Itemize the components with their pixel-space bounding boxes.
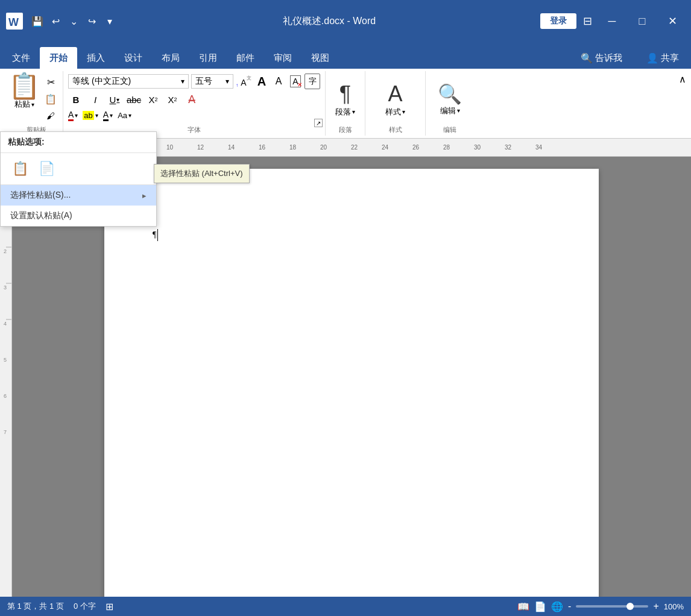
clear-format-button[interactable]: A✕ (288, 74, 303, 89)
style-label-bottom: 样式 (365, 125, 425, 134)
undo-arrow[interactable]: ⌄ (65, 13, 82, 30)
underline-button[interactable]: U ▾ (107, 92, 122, 107)
paste-option-keep-format[interactable]: 📋 (8, 157, 32, 181)
read-mode-icon[interactable]: 📖 (517, 601, 529, 612)
zoom-minus[interactable]: - (568, 601, 571, 612)
redo-button[interactable]: ↪ (83, 13, 100, 30)
char-button[interactable]: 字 (304, 74, 320, 89)
paste-default-button[interactable]: 设置默认粘贴(A) (1, 206, 156, 226)
tab-references[interactable]: 引用 (189, 47, 227, 69)
quick-access-toolbar: 💾 ↩ ⌄ ↪ ▾ (29, 13, 118, 30)
print-layout-icon[interactable]: 📄 (534, 601, 546, 612)
tab-layout[interactable]: 布局 (152, 47, 189, 69)
close-button[interactable]: ✕ (658, 0, 686, 42)
undo-button[interactable]: ↩ (47, 13, 64, 30)
paste-label: 粘贴 ▾ (14, 99, 34, 110)
tab-insert[interactable]: 插入 (77, 47, 115, 69)
minimize-button[interactable]: ─ (598, 0, 626, 42)
title-bar: W 💾 ↩ ⌄ ↪ ▾ 礼仪概述.docx - Word 登录 ⊟ ─ □ ✕ (0, 0, 691, 42)
word-icon[interactable]: W (5, 11, 24, 31)
bold-button[interactable]: B (68, 92, 84, 107)
zoom-plus[interactable]: + (653, 601, 658, 612)
svg-text:W: W (8, 16, 19, 28)
edit-group: 🔍 编辑 ▾ 编辑 (426, 71, 474, 136)
edit-label: 编辑 ▾ (440, 105, 460, 116)
edit-label-bottom: 编辑 (426, 125, 474, 134)
paragraph-icon[interactable]: ¶ (339, 81, 351, 107)
subscript-button[interactable]: X2 (145, 92, 161, 107)
paste-option-merge-format[interactable]: 📄 (34, 157, 58, 181)
superscript-button[interactable]: X2 (165, 92, 180, 107)
paste-icon: 📋 (8, 74, 40, 99)
tab-view[interactable]: 视图 (301, 47, 339, 69)
login-button[interactable]: 登录 (540, 13, 576, 29)
svg-text:30: 30 (474, 144, 481, 151)
font-group: 等线 (中文正文) ▾ 五号 ▾ 文 A ↑ A A A✕ 字 B I U ▾ (63, 71, 326, 136)
document-page[interactable]: ¶ (104, 169, 599, 597)
svg-text:18: 18 (289, 144, 297, 151)
style-icon[interactable]: A (388, 81, 402, 107)
ribbon-tabs: 文件 开始 插入 设计 布局 引用 邮件 审阅 视图 🔍 告诉我 👤 共享 (0, 42, 691, 69)
tab-share[interactable]: 👤 共享 (637, 47, 689, 69)
svg-text:4: 4 (4, 321, 7, 327)
status-left: 第 1 页，共 1 页 0 个字 ⊞ (7, 601, 113, 612)
tab-home[interactable]: 开始 (40, 47, 77, 69)
ribbon-right-tabs: 🔍 告诉我 👤 共享 (571, 47, 689, 69)
edit-icon[interactable]: 🔍 (438, 83, 462, 105)
paragraph-mark: ¶ (153, 230, 156, 240)
tab-help[interactable]: 🔍 告诉我 (571, 47, 632, 69)
svg-text:26: 26 (412, 144, 420, 151)
format-paint-button[interactable]: 🖌 (43, 108, 58, 123)
shrink-font-button[interactable]: A (271, 74, 286, 89)
zoom-slider[interactable] (576, 605, 648, 608)
svg-text:7: 7 (4, 429, 7, 435)
paste-button[interactable]: 📋 粘贴 ▾ (5, 71, 43, 110)
italic-button[interactable]: I (87, 92, 103, 107)
status-bar: 第 1 页，共 1 页 0 个字 ⊞ 📖 📄 🌐 - + 100% (0, 597, 691, 616)
svg-text:3: 3 (4, 284, 7, 291)
erase-format-button[interactable]: A̶ (184, 92, 200, 107)
save-button[interactable]: 💾 (29, 13, 46, 30)
svg-text:2: 2 (4, 248, 7, 254)
view-layout-icon[interactable]: ⊞ (106, 601, 113, 612)
clipboard-group: 📋 粘贴 ▾ ✂ 📋 🖌 剪贴板 (0, 71, 63, 136)
paste-selective-button[interactable]: 选择性粘贴(S)... ▸ (1, 185, 156, 206)
web-layout-icon[interactable]: 🌐 (551, 601, 563, 612)
dropdown-icons-row: 📋 📄 (1, 153, 156, 185)
svg-text:24: 24 (382, 144, 389, 151)
font-color-button[interactable]: A ▾ (68, 110, 78, 121)
cursor-line-area: ¶ (153, 229, 551, 241)
svg-text:22: 22 (351, 144, 358, 151)
title-bar-left: W 💾 ↩ ⌄ ↪ ▾ (5, 11, 118, 31)
tab-design[interactable]: 设计 (115, 47, 152, 69)
aa-button[interactable]: Aa ▾ (118, 111, 131, 120)
text-cursor (157, 229, 158, 241)
highlight-color-button[interactable]: ab ▾ (83, 111, 98, 120)
tab-review[interactable]: 审阅 (264, 47, 301, 69)
svg-text:5: 5 (4, 357, 7, 363)
tab-file[interactable]: 文件 (2, 47, 40, 69)
char-count: 0 个字 (74, 601, 96, 612)
document-content: ¶ (153, 205, 551, 241)
copy-button[interactable]: 📋 (43, 92, 58, 106)
tab-mailings[interactable]: 邮件 (227, 47, 264, 69)
window-title: 礼仪概述.docx - Word (118, 15, 540, 28)
font-size-selector[interactable]: 五号 ▾ (191, 74, 233, 89)
title-bar-right: 登录 ⊟ ─ □ ✕ (540, 0, 686, 42)
collapse-ribbon-button[interactable]: ∧ (677, 71, 689, 87)
paragraph-group: ¶ 段落 ▾ 段落 (326, 71, 365, 136)
font-name-selector[interactable]: 等线 (中文正文) ▾ (68, 74, 189, 89)
zoom-level: 100% (664, 602, 684, 611)
grow-font-button[interactable]: A (254, 74, 270, 89)
page-info: 第 1 页，共 1 页 (7, 601, 64, 612)
style-content: A 样式 ▾ (385, 75, 405, 124)
text-color-button[interactable]: A ▾ (103, 110, 113, 121)
cut-button[interactable]: ✂ (43, 75, 58, 89)
font-expand-button[interactable]: ↗ (314, 119, 323, 127)
ribbon-display-button[interactable]: ⊟ (579, 13, 596, 30)
font-size-increase[interactable]: 文 A ↑ (236, 74, 251, 89)
customize-button[interactable]: ▾ (101, 13, 118, 30)
strikethrough-button[interactable]: abc (126, 92, 142, 107)
zoom-thumb[interactable] (626, 603, 634, 610)
maximize-button[interactable]: □ (628, 0, 656, 42)
